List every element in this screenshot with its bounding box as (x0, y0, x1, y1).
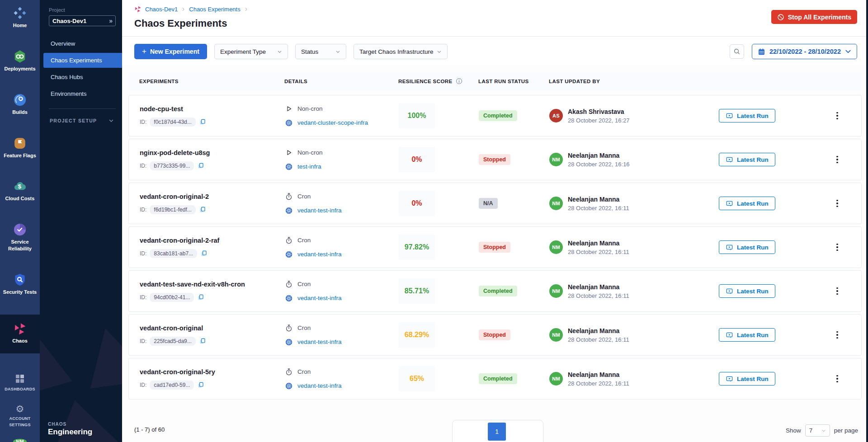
kebab-menu-icon[interactable] (834, 197, 841, 210)
page-header: Chaos-Dev1 Chaos Experiments Chaos Exper… (122, 0, 868, 37)
experiment-name[interactable]: vedant-cron-original (140, 324, 285, 332)
copy-id-button[interactable] (199, 338, 206, 345)
score-cell: 65% (399, 366, 479, 391)
latest-run-button[interactable]: Latest Run (719, 328, 775, 342)
infrastructure-link[interactable]: test-infra (297, 163, 321, 170)
infrastructure-link[interactable]: vedant-test-infra (297, 207, 342, 214)
menu-item-chaos-experiments[interactable]: Chaos Experiments (43, 53, 122, 68)
infrastructure-link[interactable]: vedant-cluster-scope-infra (297, 119, 368, 126)
experiment-cell: vedant-cron-original-2 ID: f6d19bc1-fedf… (140, 193, 285, 214)
infrastructure-link[interactable]: vedant-test-infra (297, 339, 342, 345)
latest-run-button[interactable]: Latest Run (719, 284, 775, 298)
column-last-run-status: LAST RUN STATUS (478, 79, 549, 84)
chevron-down-icon (437, 49, 442, 54)
experiment-name[interactable]: vedant-cron-original-2-raf (140, 237, 285, 244)
id-label: ID: (140, 163, 146, 169)
sidebar-item-deployments[interactable]: Deployments (0, 47, 40, 75)
breadcrumb-page-link[interactable]: Chaos Experiments (189, 6, 240, 13)
menu-item-overview[interactable]: Overview (43, 36, 122, 51)
latest-run-button[interactable]: Latest Run (719, 240, 775, 254)
latest-run-label: Latest Run (737, 332, 769, 339)
sidebar-item-feature-flags[interactable]: Feature Flags (0, 134, 40, 162)
latest-run-button[interactable]: Latest Run (719, 197, 775, 210)
status-badge: Stopped (479, 329, 510, 340)
copy-id-button[interactable] (197, 162, 204, 169)
copy-id-button[interactable] (199, 118, 206, 126)
sidebar-item-account-settings[interactable]: ⚙ ACCOUNT SETTINGS (0, 401, 40, 431)
latest-run-button[interactable]: Latest Run (719, 153, 775, 166)
stop-all-experiments-button[interactable]: Stop All Experiments (771, 10, 857, 24)
schedule-type: Non-cron (297, 105, 323, 112)
infrastructure-link[interactable]: vedant-test-infra (297, 295, 342, 301)
infrastructure-link[interactable]: vedant-test-infra (297, 382, 342, 389)
sidebar-item-service-reliability[interactable]: Service Reliability (0, 220, 40, 255)
updated-by-cell: NM Neelanjan Manna 28 October 2022, 16:1… (549, 371, 719, 387)
per-page-select[interactable]: 7 (805, 424, 830, 437)
details-cell: Cron vedant-test-infra (285, 280, 399, 302)
kebab-menu-icon[interactable] (834, 285, 841, 298)
sidebar-divider (49, 108, 116, 109)
experiment-name[interactable]: vedant-cron-original-5ry (140, 368, 285, 376)
sidebar-item-builds[interactable]: Builds (0, 90, 40, 118)
experiment-name[interactable]: nginx-pod-delete-u8sg (140, 149, 285, 156)
project-sidebar: Project Chaos-Dev1 » Overview Chaos Expe… (40, 0, 122, 442)
sidebar-item-security-tests[interactable]: Security Tests (0, 270, 40, 298)
filter-label: Target Chaos Infrastructure (359, 48, 434, 55)
kebab-menu-icon[interactable] (834, 109, 841, 122)
copy-id-button[interactable] (197, 381, 204, 389)
scrollbar[interactable] (866, 0, 868, 442)
menu-item-chaos-hubs[interactable]: Chaos Hubs (43, 70, 122, 85)
status-filter[interactable]: Status (295, 44, 346, 59)
sidebar-item-dashboards[interactable]: DASHBOARDS (0, 371, 40, 395)
table-row: vedant-test-save-nd-exit-v8h-cron ID: 94… (128, 270, 862, 312)
resilience-score: 68.29% (399, 322, 435, 348)
user-name: Neelanjan Manna (568, 371, 629, 378)
experiment-name[interactable]: vedant-cron-original-2 (140, 193, 285, 200)
menu-item-environments[interactable]: Environments (43, 86, 122, 101)
schedule-type: Cron (297, 368, 311, 375)
menu-cell (827, 109, 861, 122)
action-cell: Latest Run (719, 153, 827, 166)
latest-run-button[interactable]: Latest Run (719, 372, 775, 386)
copy-id-button[interactable] (199, 206, 206, 213)
expand-sidebar-icon[interactable]: » (109, 17, 112, 24)
infrastructure-icon (285, 207, 293, 215)
experiment-type-filter[interactable]: Experiment Type (214, 44, 288, 59)
experiment-name[interactable]: node-cpu-test (140, 105, 285, 113)
kebab-menu-icon[interactable] (834, 241, 841, 254)
experiment-name[interactable]: vedant-test-save-nd-exit-v8h-cron (140, 281, 285, 288)
latest-run-button[interactable]: Latest Run (719, 109, 775, 122)
info-icon[interactable] (456, 78, 462, 85)
security-tests-icon (13, 273, 27, 287)
avatar: NM (549, 372, 563, 386)
kebab-menu-icon[interactable] (834, 153, 841, 166)
action-cell: Latest Run (719, 328, 827, 342)
run-icon (726, 156, 733, 164)
user-avatar[interactable]: NM (13, 439, 27, 442)
copy-id-button[interactable] (200, 250, 208, 257)
new-experiment-button[interactable]: + New Experiment (134, 44, 207, 59)
experiment-cell: vedant-cron-original-2-raf ID: 83cab181-… (140, 237, 285, 258)
page-button-1[interactable]: 1 (488, 423, 506, 441)
kebab-menu-icon[interactable] (834, 329, 841, 342)
menu-cell (827, 197, 861, 210)
search-button[interactable] (730, 44, 744, 59)
pagination: (1 - 7) of 60 ← Prev 123456789 Next → Sh… (128, 420, 862, 442)
infrastructure-link[interactable]: vedant-test-infra (297, 251, 342, 258)
breadcrumb-project-link[interactable]: Chaos-Dev1 (145, 6, 178, 13)
sidebar-item-chaos[interactable]: Chaos (0, 315, 40, 353)
target-chaos-infrastructure-filter[interactable]: Target Chaos Infrastructure (354, 44, 448, 59)
sidebar-item-cloud-costs[interactable]: $ Cloud Costs (0, 177, 40, 205)
latest-run-label: Latest Run (737, 113, 769, 119)
copy-id-button[interactable] (197, 294, 204, 301)
project-setup-toggle[interactable]: PROJECT SETUP (50, 118, 122, 123)
calendar-icon (758, 48, 765, 56)
chaos-logo-icon (134, 5, 142, 13)
chevron-down-icon (821, 428, 826, 433)
date-range-picker[interactable]: 22/10/2022 - 28/10/2022 (752, 44, 857, 59)
deployments-icon (13, 50, 27, 63)
sidebar-item-home[interactable]: Home (0, 4, 40, 32)
project-selector[interactable]: Chaos-Dev1 » (49, 15, 116, 26)
chevron-down-icon (335, 49, 340, 54)
kebab-menu-icon[interactable] (834, 372, 841, 386)
